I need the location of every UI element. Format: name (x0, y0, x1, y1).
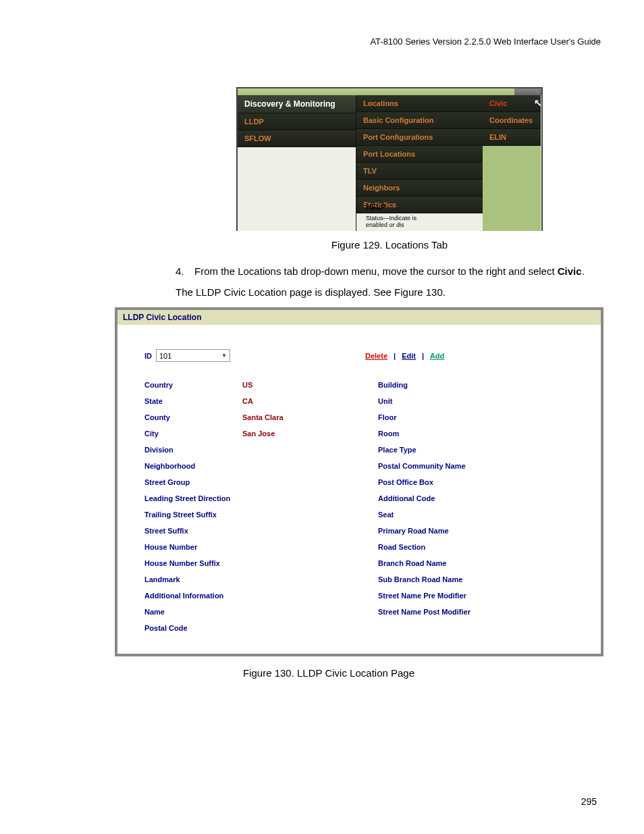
field-label: State (144, 397, 242, 405)
field-label: Country (144, 381, 242, 389)
help-panel: HELP Status—Indicate is enabled or dis (366, 203, 420, 228)
field-row: Additional Code (378, 494, 585, 502)
panel-title: LLDP Civic Location (117, 310, 601, 325)
submenu-elin[interactable]: ELIN (483, 129, 541, 146)
field-row: Primary Road Name (378, 527, 585, 535)
field-label: Post Office Box (378, 478, 476, 486)
nav-item-lldp[interactable]: LLDP (238, 113, 356, 130)
field-row: Road Section (378, 543, 585, 551)
field-row: House Number (144, 543, 351, 551)
separator: | (394, 352, 396, 360)
field-label: House Number Suffix (144, 559, 242, 567)
field-value: CA (242, 397, 253, 405)
field-row: Postal Code (144, 624, 351, 632)
field-row: Street Name Post Modifier (378, 608, 585, 616)
field-row: Sub Branch Road Name (378, 575, 585, 583)
menu-port-config[interactable]: Port Configurations (356, 129, 483, 146)
menu-neighbors[interactable]: Neighbors (356, 180, 483, 197)
id-label: ID (144, 352, 152, 360)
submenu-coordinates[interactable]: Coordinates (483, 112, 541, 129)
field-row: Division (144, 446, 351, 454)
submenu-civic[interactable]: Civic ↖ (483, 95, 541, 112)
field-label: Floor (378, 413, 476, 421)
submenu-civic-label: Civic (489, 99, 507, 107)
delete-link[interactable]: Delete (365, 352, 387, 360)
step-text-bold: Civic (558, 265, 582, 277)
field-row: CountySanta Clara (144, 413, 351, 421)
field-row: Building (378, 381, 585, 389)
figure-130-caption: Figure 130. LLDP Civic Location Page (54, 667, 603, 679)
field-row: StateCA (144, 397, 351, 405)
menu-locations[interactable]: Locations (356, 95, 483, 112)
field-label: Postal Code (144, 624, 242, 632)
field-label: House Number (144, 543, 242, 551)
add-link[interactable]: Add (430, 352, 444, 360)
field-label: Trailing Street Suffix (144, 511, 242, 519)
field-row: Seat (378, 511, 585, 519)
field-label: Primary Road Name (378, 527, 476, 535)
help-heading: HELP (366, 203, 420, 211)
field-row: Place Type (378, 446, 585, 454)
field-row: Additional Information (144, 592, 351, 600)
field-row: Street Name Pre Modifier (378, 592, 585, 600)
menu-tlv[interactable]: TLV (356, 163, 483, 180)
field-label: Place Type (378, 446, 476, 454)
field-row: Postal Community Name (378, 462, 585, 470)
id-select[interactable]: 101 ▼ (156, 349, 230, 362)
paragraph: The LLDP Civic Location page is displaye… (176, 286, 603, 298)
field-label: Additional Code (378, 494, 476, 502)
field-label: Neighborhood (144, 462, 242, 470)
field-row: Post Office Box (378, 478, 585, 486)
menu-basic-config[interactable]: Basic Configuration (356, 112, 483, 129)
field-label: Leading Street Direction (144, 494, 242, 502)
field-row: CountryUS (144, 381, 351, 389)
field-row: Street Group (144, 478, 351, 486)
field-label: County (144, 413, 242, 421)
edit-link[interactable]: Edit (402, 352, 416, 360)
field-row: Landmark (144, 575, 351, 583)
field-value: San Jose (242, 429, 275, 438)
help-text: Status—Indicate is enabled or dis (366, 215, 420, 228)
field-label: Street Name Post Modifier (378, 608, 476, 616)
field-row: Neighborhood (144, 462, 351, 470)
field-label: Postal Community Name (378, 462, 476, 470)
step-text-a: From the Locations tab drop-down menu, m… (194, 265, 558, 277)
field-row: CitySan Jose (144, 429, 351, 438)
cursor-pointer-icon: ↖ (534, 97, 542, 108)
field-row: Room (378, 429, 585, 438)
dropdown-arrow-icon: ▼ (221, 353, 227, 359)
field-label: Room (378, 429, 476, 438)
field-label: Street Group (144, 478, 242, 486)
field-row: Name (144, 608, 351, 616)
figure-130-screenshot: LLDP Civic Location ID 101 ▼ Delete | Ed… (115, 307, 603, 656)
field-value: Santa Clara (242, 413, 284, 421)
field-row: House Number Suffix (144, 559, 351, 567)
separator: | (422, 352, 424, 360)
step-4: 4. From the Locations tab drop-down menu… (176, 264, 603, 278)
menu-port-locations[interactable]: Port Locations (356, 146, 483, 163)
id-select-value: 101 (159, 352, 171, 360)
nav-section-header: Discovery & Monitoring (238, 95, 356, 113)
field-row: Branch Road Name (378, 559, 585, 567)
field-label: Sub Branch Road Name (378, 575, 476, 583)
field-row: Street Suffix (144, 527, 351, 535)
figure-129-caption: Figure 129. Locations Tab (176, 239, 603, 251)
document-header: AT-8100 Series Version 2.2.5.0 Web Inter… (54, 36, 603, 47)
field-label: Building (378, 381, 476, 389)
field-row: Floor (378, 413, 585, 421)
field-label: Landmark (144, 575, 242, 583)
step-number: 4. (176, 264, 194, 278)
field-row: Unit (378, 397, 585, 405)
field-label: Road Section (378, 543, 476, 551)
field-label: Unit (378, 397, 476, 405)
field-row: Leading Street Direction (144, 494, 351, 502)
field-row: Trailing Street Suffix (144, 511, 351, 519)
field-label: Street Suffix (144, 527, 242, 535)
step-text-c: . (582, 265, 585, 277)
field-label: Seat (378, 511, 476, 519)
field-label: Street Name Pre Modifier (378, 592, 476, 600)
field-label: Additional Information (144, 592, 242, 600)
nav-item-sflow[interactable]: SFLOW (238, 130, 356, 147)
figure-129-screenshot: Discovery & Monitoring LLDP SFLOW HELP S… (236, 87, 543, 231)
field-label: Branch Road Name (378, 559, 476, 567)
